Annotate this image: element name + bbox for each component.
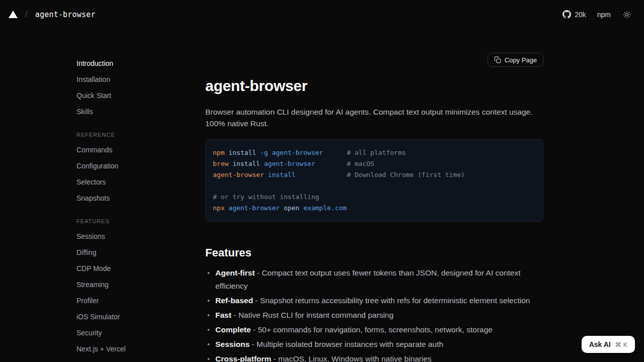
sidebar-item-installation[interactable]: Installation <box>76 71 205 87</box>
ask-ai-button[interactable]: Ask AI ⌘ K <box>582 336 635 353</box>
github-link[interactable]: 20k <box>562 10 586 19</box>
feature-item-cross-platform: Cross-platform - macOS, Linux, Windows w… <box>205 352 543 362</box>
copy-icon <box>494 56 501 63</box>
header-actions: 20k npm <box>562 10 632 20</box>
code-block[interactable]: npm install -g agent-browser # all platf… <box>205 139 543 222</box>
page-description: Browser automation CLI designed for AI a… <box>205 106 543 129</box>
code-line: npx agent-browser open example.com <box>213 203 535 214</box>
sidebar-item-ios-simulator[interactable]: iOS Simulator <box>76 309 205 325</box>
feature-item-fast: Fast - Native Rust CLI for instant comma… <box>205 309 543 322</box>
sidebar-section-label-reference: REFERENCE <box>76 130 205 140</box>
main-content: Copy Page agent-browser Browser automati… <box>205 29 543 362</box>
github-icon <box>562 10 571 19</box>
header: / agent-browser 20k npm <box>0 0 644 29</box>
features-heading: Features <box>205 247 543 259</box>
features-list: Agent-first - Compact text output uses f… <box>205 266 543 362</box>
sidebar-item-configuration[interactable]: Configuration <box>76 158 205 174</box>
sidebar-item-profiler[interactable]: Profiler <box>76 293 205 309</box>
sidebar-item-skills[interactable]: Skills <box>76 104 205 120</box>
copy-page-label: Copy Page <box>505 56 537 64</box>
sun-icon <box>623 11 631 19</box>
breadcrumb-separator: / <box>25 10 28 20</box>
sidebar-item-selectors[interactable]: Selectors <box>76 174 205 190</box>
sidebar-item-diffing[interactable]: Diffing <box>76 244 205 260</box>
ask-ai-label: Ask AI <box>589 340 611 348</box>
breadcrumb: / agent-browser <box>9 10 96 20</box>
code-line: agent-browser install # Download Chrome … <box>213 169 535 180</box>
sidebar-item-snapshots[interactable]: Snapshots <box>76 190 205 206</box>
sidebar-item-streaming[interactable]: Streaming <box>76 277 205 293</box>
feature-item-sessions: Sessions - Multiple isolated browser ins… <box>205 338 543 351</box>
feature-item-complete: Complete - 50+ commands for navigation, … <box>205 323 543 336</box>
npm-link[interactable]: npm <box>597 11 611 19</box>
code-line: brew install agent-browser # macOS <box>213 158 535 169</box>
sidebar-item-security[interactable]: Security <box>76 325 205 341</box>
sidebar-item-quick-start[interactable]: Quick Start <box>76 87 205 104</box>
ask-ai-shortcut: ⌘ K <box>615 341 627 348</box>
github-star-count: 20k <box>575 11 586 19</box>
sidebar-item-introduction[interactable]: Introduction <box>76 55 205 71</box>
breadcrumb-page-title[interactable]: agent-browser <box>35 10 96 19</box>
sidebar: IntroductionInstallationQuick StartSkill… <box>76 29 205 362</box>
sidebar-item-cdp-mode[interactable]: CDP Mode <box>76 260 205 277</box>
sidebar-item-next-js-vercel[interactable]: Next.js + Vercel <box>76 341 205 357</box>
theme-toggle-button[interactable] <box>622 10 632 20</box>
feature-item-ref-based: Ref-based - Snapshot returns accessibili… <box>205 294 543 307</box>
sidebar-nav: IntroductionInstallationQuick StartSkill… <box>76 55 205 357</box>
code-line: # or try without installing <box>213 192 535 203</box>
code-content: npm install -g agent-browser # all platf… <box>213 147 535 214</box>
feature-item-agent-first: Agent-first - Compact text output uses f… <box>205 266 543 293</box>
code-line: npm install -g agent-browser # all platf… <box>213 147 535 158</box>
sidebar-item-commands[interactable]: Commands <box>76 142 205 158</box>
copy-page-button[interactable]: Copy Page <box>488 53 543 67</box>
sidebar-item-sessions[interactable]: Sessions <box>76 228 205 244</box>
sidebar-section-label-features: FEATURES <box>76 216 205 226</box>
page-title: agent-browser <box>205 78 543 94</box>
code-line <box>213 180 535 192</box>
logo-triangle-icon[interactable] <box>9 11 18 18</box>
